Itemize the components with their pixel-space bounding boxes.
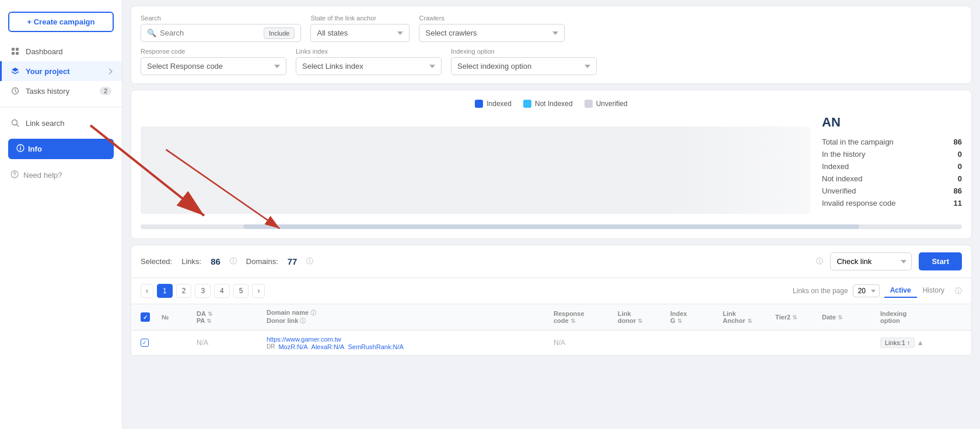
select-all-checkbox[interactable]	[141, 312, 150, 322]
prev-page-button[interactable]: ‹	[141, 284, 153, 298]
th-donor-info[interactable]: ⓘ	[300, 318, 306, 324]
th-tier2-label: Tier2 ⇅	[775, 314, 797, 321]
tasks-history-badge: 2	[100, 87, 111, 95]
donor-dr: DR	[267, 343, 275, 350]
tab-history[interactable]: History	[917, 284, 950, 298]
sidebar-item-your-project-label: Your project	[26, 67, 70, 76]
sort-link-donor-icon[interactable]: ⇅	[638, 318, 642, 324]
stat-history: In the history 0	[822, 148, 962, 160]
links-info-icon[interactable]: ⓘ	[230, 256, 237, 266]
donor-mozr-link[interactable]: MozR:N/A	[278, 343, 307, 350]
layers-icon	[10, 66, 20, 76]
response-code-select[interactable]: Select Response code	[141, 57, 286, 75]
table-toolbar: Selected: Links: 86 ⓘ Domains: 77 ⓘ ⓘ Ch…	[131, 245, 971, 278]
sort-pa-icon[interactable]: ⇅	[206, 318, 211, 324]
sort-link-anchor-icon[interactable]: ⇅	[747, 318, 752, 324]
create-campaign-button[interactable]: + Create campaign	[8, 12, 114, 32]
chart-section: Indexed Not Indexed Unverified AN Total …	[131, 90, 972, 239]
row-links-badge[interactable]: Links:1 ↑	[880, 337, 915, 348]
stat-not-indexed-value: 0	[958, 174, 962, 183]
row-indexing-option: Links:1 ↑ ▲	[880, 339, 962, 347]
sort-tier2-icon[interactable]: ⇅	[792, 314, 797, 321]
sidebar-item-tasks-history[interactable]: Tasks history 2	[0, 81, 122, 101]
sort-response-icon[interactable]: ⇅	[570, 318, 575, 324]
links-index-select[interactable]: Select Links index	[296, 57, 442, 75]
sidebar-item-dashboard[interactable]: Dashboard	[0, 41, 122, 61]
th-link-donor-label: Linkdonor ⇅	[618, 310, 642, 324]
th-response-code-label: Responsecode ⇅	[554, 310, 584, 324]
check-link-select[interactable]: Check link	[830, 252, 912, 270]
start-button[interactable]: Start	[919, 252, 962, 270]
crawlers-filter-group: Crawlers Select crawlers	[419, 15, 565, 42]
domains-info-icon[interactable]: ⓘ	[306, 256, 313, 266]
page-5-button[interactable]: 5	[233, 284, 249, 298]
tab-active[interactable]: Active	[884, 284, 917, 298]
th-response-code: Responsecode ⇅	[554, 310, 618, 324]
th-number-label: №	[162, 314, 169, 321]
search-wrapper: 🔍 Include	[141, 24, 301, 42]
sidebar-item-tasks-history-label: Tasks history	[26, 87, 69, 96]
legend-label-indexed: Indexed	[487, 100, 512, 108]
stat-invalid-label: Invalid response code	[822, 199, 895, 208]
info-button[interactable]: Info	[8, 139, 114, 159]
page-3-button[interactable]: 3	[195, 284, 211, 298]
need-help-item[interactable]: Need help?	[0, 165, 122, 185]
svg-rect-0	[12, 48, 15, 51]
donor-alexar-link[interactable]: AlexaR:N/A	[312, 343, 345, 350]
sort-da-icon[interactable]: ⇅	[208, 311, 212, 317]
legend-not-indexed: Not Indexed	[523, 100, 573, 108]
th-tier2: Tier2 ⇅	[775, 314, 822, 321]
scrollbar-track[interactable]	[141, 224, 962, 229]
sidebar-item-link-search[interactable]: Link search	[0, 113, 122, 133]
chart-legend: Indexed Not Indexed Unverified	[141, 100, 962, 108]
toolbar-info-icon[interactable]: ⓘ	[816, 256, 823, 266]
th-number: №	[162, 314, 197, 321]
th-index-g: IndexG ⇅	[670, 310, 723, 324]
page-2-button[interactable]: 2	[176, 284, 192, 298]
page-4-button[interactable]: 4	[214, 284, 230, 298]
crawlers-select[interactable]: Select crawlers	[419, 24, 565, 42]
table-row: N/A https://www.gamer.com.tw DR MozR:N/A…	[131, 330, 971, 356]
row-response-code-value: N/A	[554, 339, 565, 347]
th-link-anchor: LinkAnchor ⇅	[723, 310, 775, 324]
state-label: State of the link anchor	[310, 15, 410, 22]
info-button-label: Info	[28, 145, 42, 153]
search-filter-group: Search 🔍 Include	[141, 15, 301, 42]
th-date: Date ⇅	[822, 314, 880, 321]
stat-unverified-label: Unverified	[822, 187, 856, 195]
legend-label-unverified: Unverified	[596, 100, 628, 108]
th-domain: Domain name ⓘDonor link ⓘ	[267, 309, 554, 325]
stat-total-value: 86	[954, 138, 962, 146]
links-count: 86	[211, 256, 220, 266]
links-index-filter-group: Links index Select Links index	[296, 48, 442, 75]
sort-index-g-icon[interactable]: ⇅	[677, 318, 682, 324]
sort-date-icon[interactable]: ⇅	[838, 314, 842, 321]
state-select[interactable]: All states	[310, 24, 410, 42]
stat-not-indexed: Not indexed 0	[822, 173, 962, 185]
next-page-button[interactable]: ›	[252, 284, 265, 298]
th-domain-label: Domain name ⓘDonor link ⓘ	[267, 309, 316, 325]
sidebar-item-your-project[interactable]: Your project	[0, 61, 122, 81]
th-date-label: Date ⇅	[822, 314, 842, 321]
th-index-g-label: IndexG ⇅	[670, 310, 687, 324]
row-expand-button[interactable]: ▲	[917, 339, 924, 347]
filter-bar: Search 🔍 Include State of the link ancho…	[131, 6, 972, 84]
pagination: ‹ 1 2 3 4 5 › Links on the page 20 Activ…	[131, 278, 971, 304]
page-1-button[interactable]: 1	[157, 284, 173, 298]
row-domain-link[interactable]: https://www.gamer.com.tw	[267, 336, 341, 343]
legend-dot-not-indexed	[523, 100, 531, 108]
stat-indexed-value: 0	[958, 162, 962, 171]
donor-semrush-link[interactable]: SemRushRank:N/A	[348, 343, 403, 350]
per-page-select[interactable]: 20	[853, 284, 880, 297]
indexing-option-select[interactable]: Select indexing option	[451, 57, 597, 75]
search-input[interactable]	[156, 24, 261, 41]
stat-indexed-label: Indexed	[822, 162, 849, 171]
include-badge[interactable]: Include	[264, 27, 295, 39]
row-domain-cell: https://www.gamer.com.tw DR MozR:N/A Ale…	[267, 335, 554, 350]
stat-invalid-value: 11	[954, 199, 962, 208]
row-checkbox[interactable]	[141, 339, 149, 347]
th-domain-info[interactable]: ⓘ	[310, 310, 316, 316]
legend-label-not-indexed: Not Indexed	[535, 100, 573, 108]
search-icon	[10, 118, 20, 128]
tabs-info-icon[interactable]: ⓘ	[955, 286, 962, 296]
